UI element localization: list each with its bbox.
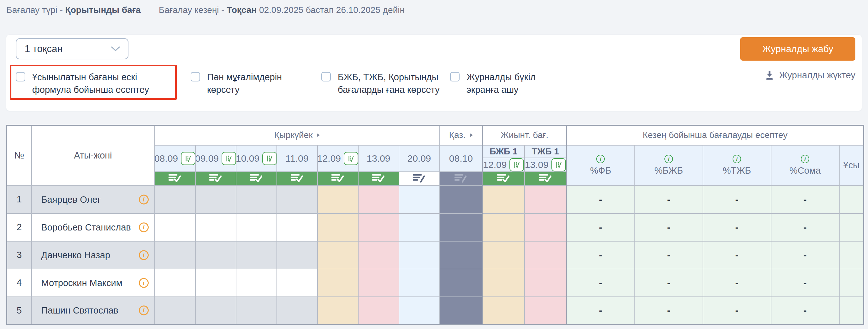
lesson-status-cell[interactable]: [483, 172, 525, 186]
edit-journal-day-icon[interactable]: [262, 152, 277, 165]
edit-journal-day-icon[interactable]: [181, 152, 195, 165]
student-info-icon[interactable]: i: [139, 195, 149, 204]
grade-cell[interactable]: [195, 186, 236, 213]
checkbox-only-summative[interactable]: БЖБ, ТЖБ, Қорытынды бағаларды ғана көрсе…: [321, 71, 452, 96]
lesson-date: 11.09: [286, 153, 309, 164]
grade-cell[interactable]: [317, 269, 358, 297]
grade-cell[interactable]: [155, 297, 195, 325]
grade-cell[interactable]: [236, 269, 277, 297]
grade-cell[interactable]: [317, 213, 358, 241]
grade-cell[interactable]: [236, 186, 277, 213]
lesson-status-cell[interactable]: [525, 172, 566, 186]
checkbox-fullscreen-box[interactable]: [450, 72, 460, 82]
list-pencil-icon: [454, 173, 468, 183]
close-journal-button[interactable]: Журналды жабу: [740, 37, 856, 61]
month-header-september[interactable]: Қыркүйек: [155, 125, 440, 145]
lesson-status-cell[interactable]: [277, 172, 317, 186]
grade-cell[interactable]: [155, 269, 195, 297]
edit-journal-day-icon[interactable]: [222, 152, 236, 165]
student-info-icon[interactable]: i: [139, 278, 149, 288]
summative-grade-cell[interactable]: [483, 241, 525, 269]
summative-grade-cell[interactable]: [483, 213, 525, 241]
grade-cell[interactable]: [277, 241, 317, 269]
lesson-date: 10.09: [236, 153, 260, 164]
lesson-status-cell[interactable]: [236, 172, 277, 186]
info-icon[interactable]: i: [664, 155, 673, 163]
calc-col-label: %ТЖБ: [723, 166, 751, 176]
grade-cell[interactable]: [236, 241, 277, 269]
col-header-number: №: [7, 125, 32, 186]
grade-cell[interactable]: [358, 241, 399, 269]
grade-cell[interactable]: [358, 269, 399, 297]
expand-right-icon[interactable]: [317, 133, 320, 137]
checkbox-show-teachers[interactable]: Пән мұғалімдерін көрсету: [191, 71, 302, 96]
list-check-icon: [290, 173, 304, 183]
grade-cell[interactable]: [195, 241, 236, 269]
lesson-date: 13.09: [367, 153, 390, 164]
expand-right-icon[interactable]: [470, 133, 473, 137]
checkbox-only-summative-box[interactable]: [321, 72, 331, 82]
info-icon[interactable]: i: [733, 155, 741, 163]
download-journal-link[interactable]: Журналды жүктеу: [765, 70, 856, 81]
checkbox-show-teachers-box[interactable]: [191, 72, 200, 82]
toolbar-panel: 1 тоқсан Журналды жабу Ұсынылатын бағаны…: [6, 35, 862, 111]
grade-cell[interactable]: [399, 213, 440, 241]
info-icon[interactable]: i: [596, 155, 605, 163]
grade-cell[interactable]: [155, 213, 195, 241]
summative-grade-cell[interactable]: [483, 269, 525, 297]
edit-journal-day-icon[interactable]: [509, 158, 524, 172]
grade-cell[interactable]: [358, 213, 399, 241]
checkbox-old-formula[interactable]: Ұсынылатын бағаны ескі формула бойынша е…: [16, 71, 173, 96]
lesson-status-cell[interactable]: [440, 172, 483, 186]
lesson-status-cell[interactable]: [195, 172, 236, 186]
lesson-status-cell[interactable]: [155, 172, 195, 186]
edit-journal-day-icon[interactable]: [551, 158, 566, 172]
month-header-october[interactable]: Қаз.: [440, 125, 483, 145]
summative-grade-cell[interactable]: [525, 241, 566, 269]
lesson-status-cell[interactable]: [399, 172, 440, 186]
grade-cell[interactable]: [317, 241, 358, 269]
calc-value-cell: -: [771, 241, 839, 269]
summative-grade-cell[interactable]: [483, 186, 525, 213]
grade-cell[interactable]: [195, 297, 236, 325]
grade-cell[interactable]: [277, 213, 317, 241]
calc-col-header: i%Сома: [771, 145, 839, 186]
quarter-select[interactable]: 1 тоқсан: [16, 38, 128, 59]
list-pencil-icon: [412, 173, 426, 183]
grade-cell[interactable]: [399, 297, 440, 325]
info-icon[interactable]: i: [801, 155, 809, 163]
grade-cell[interactable]: [155, 186, 195, 213]
grade-cell[interactable]: [277, 269, 317, 297]
grade-cell[interactable]: [236, 297, 277, 325]
summative-grade-cell[interactable]: [525, 213, 566, 241]
summative-grade-cell[interactable]: [525, 186, 566, 213]
student-info-icon[interactable]: i: [139, 222, 149, 232]
student-name: Пашин Святослав: [41, 305, 118, 316]
list-check-icon: [168, 173, 182, 183]
grade-cell[interactable]: [317, 297, 358, 325]
summative-grade-cell[interactable]: [525, 297, 566, 325]
grading-type-value: Қорытынды баға: [65, 5, 141, 15]
grade-cell[interactable]: [236, 213, 277, 241]
edit-journal-day-icon[interactable]: [344, 152, 358, 165]
grade-cell[interactable]: [399, 269, 440, 297]
grade-cell[interactable]: [195, 213, 236, 241]
student-info-icon[interactable]: i: [139, 306, 149, 316]
summative-grade-cell[interactable]: [483, 297, 525, 325]
grade-cell[interactable]: [277, 297, 317, 325]
grade-cell[interactable]: [399, 241, 440, 269]
checkbox-old-formula-box[interactable]: [16, 72, 25, 82]
grade-cell[interactable]: [277, 186, 317, 213]
grade-cell[interactable]: [399, 186, 440, 213]
student-name-cell: Мотроскин Максим i: [32, 269, 155, 297]
lesson-status-cell[interactable]: [317, 172, 358, 186]
checkbox-fullscreen[interactable]: Журналды бүкіл экранға ашу: [450, 71, 564, 96]
summative-grade-cell[interactable]: [525, 269, 566, 297]
grade-cell[interactable]: [358, 186, 399, 213]
grade-cell[interactable]: [358, 297, 399, 325]
lesson-status-cell[interactable]: [358, 172, 399, 186]
student-info-icon[interactable]: i: [139, 250, 149, 260]
grade-cell[interactable]: [155, 241, 195, 269]
grade-cell[interactable]: [317, 186, 358, 213]
grade-cell[interactable]: [195, 269, 236, 297]
